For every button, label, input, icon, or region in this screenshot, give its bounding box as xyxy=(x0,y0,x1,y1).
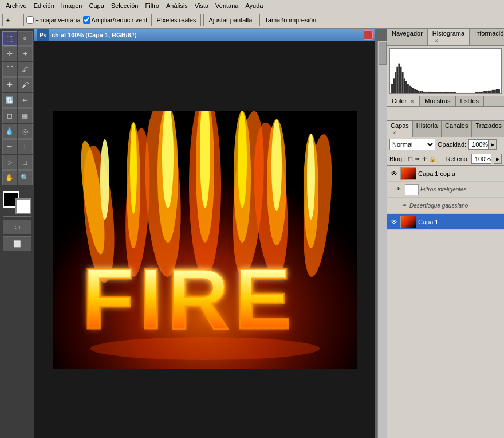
menu-filtro[interactable]: Filtro xyxy=(141,1,162,10)
eyedropper-tool[interactable]: 🖉 xyxy=(18,62,33,77)
crop-tool[interactable]: ⛶ xyxy=(2,62,17,77)
tool-row-6: ◻ ▦ xyxy=(2,108,33,123)
encajar-checkbox[interactable] xyxy=(26,16,34,24)
canvas-vscrollbar[interactable] xyxy=(377,41,387,438)
quick-mask-tool[interactable]: ⬭ xyxy=(3,220,32,234)
brush-tool[interactable]: 🖌 xyxy=(18,77,33,92)
tab-trazados[interactable]: Trazados xyxy=(472,121,504,137)
svg-rect-63 xyxy=(492,90,496,93)
clone-stamp-tool[interactable]: 🔃 xyxy=(2,93,17,108)
tab-capas[interactable]: Capas ✕ xyxy=(387,121,413,137)
tab-historia[interactable]: Historia xyxy=(413,121,442,137)
tab-canales[interactable]: Canales xyxy=(442,121,472,137)
tab-histograma[interactable]: Histograma ✕ xyxy=(428,29,470,45)
opacity-input[interactable] xyxy=(468,139,489,150)
layer-filtros-inteligentes[interactable]: 👁 Filtros inteligentes xyxy=(387,182,504,198)
lock-row: Bloq.: ☐ ✏ ✛ 🔒 Relleno: ▶ xyxy=(387,152,504,166)
history-brush-tool[interactable]: ↩ xyxy=(18,93,33,108)
magic-wand-tool[interactable]: ✦ xyxy=(18,46,33,61)
layer-desenfoque[interactable]: 👁 Desenfoque gaussiano xyxy=(387,198,504,214)
screen-mode-tool[interactable]: ⬜ xyxy=(3,236,32,251)
layer-eye-desenfoque[interactable]: 👁 xyxy=(401,201,408,210)
zoom-controls: + - xyxy=(2,14,24,26)
tool-row-7: 💧 ◎ xyxy=(2,124,33,139)
lock-paint-icon[interactable]: ✏ xyxy=(415,156,420,162)
menu-ayuda[interactable]: Ayuda xyxy=(242,1,266,10)
pixeles-button[interactable]: Píxeles reales xyxy=(151,14,201,26)
lasso-tool[interactable]: ⌖ xyxy=(18,31,33,46)
zoom-tool[interactable]: 🔍 xyxy=(18,170,33,185)
svg-rect-53 xyxy=(453,92,456,93)
svg-rect-54 xyxy=(456,93,460,93)
eraser-tool[interactable]: ◻ xyxy=(2,108,17,123)
healing-brush-tool[interactable]: ✚ xyxy=(2,77,17,92)
menu-analisis[interactable]: Análisis xyxy=(163,1,191,10)
menu-seleccion[interactable]: Selección xyxy=(108,1,142,10)
gradient-tool[interactable]: ▦ xyxy=(18,108,33,123)
histograma-close[interactable]: ✕ xyxy=(434,38,439,44)
tamano-button[interactable]: Tamaño impresión xyxy=(259,14,321,26)
tab-informacion[interactable]: Información xyxy=(470,29,504,45)
blur-tool[interactable]: 💧 xyxy=(2,124,17,139)
fire-text-outline: FIRE xyxy=(82,251,296,347)
blend-mode-select[interactable]: Normal xyxy=(389,139,435,150)
move-tool[interactable]: ✛ xyxy=(2,46,17,61)
menu-imagen[interactable]: Imagen xyxy=(58,1,86,10)
lock-all-icon[interactable]: 🔒 xyxy=(429,156,436,162)
layer-capa1-copia[interactable]: 👁 Capa 1 copia xyxy=(387,166,504,182)
right-panel: Navegador Histograma ✕ Información xyxy=(387,29,504,438)
encajar-check[interactable]: Encajar ventana xyxy=(26,16,81,24)
menu-edicion[interactable]: Edición xyxy=(30,1,58,10)
svg-rect-48 xyxy=(436,92,439,93)
layers-panel: Capas ✕ Historia Canales Trazados Normal… xyxy=(387,120,504,438)
menu-capa[interactable]: Capa xyxy=(85,1,107,10)
fill-arrow[interactable]: ▶ xyxy=(494,154,502,164)
color-panel-tabs: Color ✕ Muestras Estilos xyxy=(387,96,504,107)
pen-tool[interactable]: ✒ xyxy=(2,139,17,154)
ajustar-button[interactable]: Ajustar pantalla xyxy=(203,14,257,26)
svg-rect-37 xyxy=(412,88,414,93)
canvas-close-button[interactable]: – xyxy=(364,30,373,40)
dodge-tool[interactable]: ◎ xyxy=(18,124,33,139)
text-tool[interactable]: T xyxy=(18,139,33,154)
tab-muestras[interactable]: Muestras xyxy=(420,96,455,106)
color-close[interactable]: ✕ xyxy=(410,99,415,104)
tool-row-3: ⛶ 🖉 xyxy=(2,62,33,77)
opacity-arrow[interactable]: ▶ xyxy=(489,139,497,150)
menu-archivo[interactable]: Archivo xyxy=(2,1,30,10)
svg-rect-29 xyxy=(398,64,400,93)
hand-tool[interactable]: ✋ xyxy=(2,170,17,185)
tab-color[interactable]: Color ✕ xyxy=(387,96,420,106)
layer-capa1[interactable]: 👁 Capa 1 xyxy=(387,214,504,230)
shape-tool[interactable]: □ xyxy=(18,155,33,170)
canvas-area: Ps ch al 100% (Capa 1, RGB/8#) – xyxy=(34,29,387,438)
zoom-out-button[interactable]: - xyxy=(13,14,23,26)
canvas-title: ch al 100% (Capa 1, RGB/8#) xyxy=(52,32,364,38)
background-color[interactable] xyxy=(15,198,32,214)
capas-close[interactable]: ✕ xyxy=(392,130,397,136)
svg-rect-39 xyxy=(416,90,418,93)
histogram-display xyxy=(389,48,502,94)
menu-vista[interactable]: Vista xyxy=(191,1,212,10)
menu-ventana[interactable]: Ventana xyxy=(212,1,242,10)
svg-rect-36 xyxy=(411,87,412,93)
layer-eye-filtros[interactable]: 👁 xyxy=(394,185,403,194)
svg-point-22 xyxy=(307,134,315,220)
zoom-in-button[interactable]: + xyxy=(3,14,13,26)
svg-rect-30 xyxy=(400,67,401,93)
lock-transparency-icon[interactable]: ☐ xyxy=(408,156,413,162)
lock-label: Bloq.: xyxy=(389,155,405,162)
marquee-tool[interactable]: ⬚ xyxy=(2,31,17,46)
canvas-vscrollbar-thumb[interactable] xyxy=(379,42,387,65)
tab-estilos[interactable]: Estilos xyxy=(456,96,484,106)
tab-navegador[interactable]: Navegador xyxy=(387,29,428,45)
color-swatches[interactable] xyxy=(3,191,32,214)
ampliar-checkbox[interactable] xyxy=(83,16,90,24)
fill-input[interactable] xyxy=(471,154,491,164)
path-selection-tool[interactable]: ▷ xyxy=(2,155,17,170)
layer-eye-capa1-copia[interactable]: 👁 xyxy=(389,169,399,178)
lock-position-icon[interactable]: ✛ xyxy=(422,156,427,162)
svg-rect-59 xyxy=(475,92,479,93)
layer-eye-capa1[interactable]: 👁 xyxy=(389,217,399,226)
ampliar-check[interactable]: Ampliar/reducir vent. xyxy=(83,16,149,24)
